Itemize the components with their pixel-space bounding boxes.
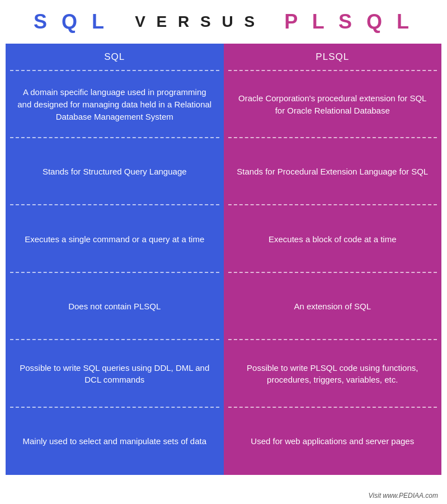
- plsql-row-4: An extension of SQL: [224, 273, 442, 340]
- plsql-row-6: Used for web applications and server pag…: [224, 408, 442, 475]
- sql-row-3: Executes a single command or a query at …: [6, 205, 224, 272]
- sql-row-4: Does not contain PLSQL: [6, 273, 224, 340]
- versus-title: V E R S U S: [135, 13, 258, 31]
- sql-row-2: Stands for Structured Query Language: [6, 138, 224, 205]
- plsql-row-2: Stands for Procedural Extension Language…: [224, 138, 442, 205]
- comparison-table: SQL A domain specific language used in p…: [6, 44, 441, 475]
- footer-text: Visit www.PEDIAA.com: [369, 492, 438, 500]
- footer: Visit www.PEDIAA.com: [0, 492, 447, 504]
- header: S Q L V E R S U S P L S Q L: [0, 0, 447, 39]
- plsql-row-1: Oracle Corporation's procedural extensio…: [224, 71, 442, 138]
- plsql-column-header: PLSQL: [224, 44, 442, 71]
- sql-column-header: SQL: [6, 44, 224, 71]
- sql-title: S Q L: [34, 10, 109, 34]
- plsql-row-3: Executes a block of code at a time: [224, 205, 442, 272]
- plsql-row-5: Possible to write PLSQL code using funct…: [224, 340, 442, 407]
- sql-row-1: A domain specific language used in progr…: [6, 71, 224, 138]
- page: S Q L V E R S U S P L S Q L SQL A domain…: [0, 0, 447, 504]
- sql-row-6: Mainly used to select and manipulate set…: [6, 408, 224, 475]
- sql-row-5: Possible to write SQL queries using DDL,…: [6, 340, 224, 407]
- plsql-title: P L S Q L: [284, 10, 413, 34]
- plsql-column: PLSQL Oracle Corporation's procedural ex…: [224, 44, 442, 475]
- sql-column: SQL A domain specific language used in p…: [6, 44, 224, 475]
